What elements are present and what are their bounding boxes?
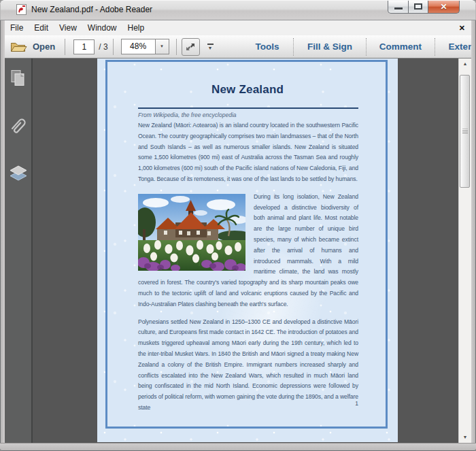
attachments-button[interactable] <box>8 114 29 137</box>
title-rule <box>138 107 358 109</box>
pdf-file-icon <box>16 4 27 15</box>
pages-icon <box>10 69 27 88</box>
body-text-column: New Zealand (Māori: Aotearoa) is an isla… <box>138 120 358 420</box>
maximize-button[interactable] <box>409 1 428 14</box>
toolbar-panels: Tools Fill & Sign Comment Extended <box>241 35 476 58</box>
overflow-bar <box>207 44 214 45</box>
scroll-down-button[interactable]: ▼ <box>459 432 471 443</box>
window-border-right <box>471 20 476 443</box>
navigation-pane <box>5 59 33 443</box>
tab-tools[interactable]: Tools <box>241 41 293 52</box>
resize-arrows-icon <box>185 41 196 52</box>
fit-page-button[interactable] <box>182 38 200 56</box>
page-thumbnails-button[interactable] <box>8 67 29 90</box>
photo-rotorua-gardens <box>138 194 245 271</box>
toolbar-overflow-button[interactable]: ▼ <box>207 44 214 50</box>
tab-comment[interactable]: Comment <box>367 41 435 52</box>
menu-window[interactable]: Window <box>82 20 122 35</box>
menu-help[interactable]: Help <box>122 20 150 35</box>
open-button[interactable]: Open <box>10 40 55 53</box>
toolbar-separator <box>65 39 65 55</box>
adobe-reader-window: New Zealand.pdf - Adobe Reader ✕ File Ed… <box>0 0 476 451</box>
paragraph-1: New Zealand (Māori: Aotearoa) is an isla… <box>138 120 358 185</box>
pdf-page[interactable]: New Zealand From Wikipedia, the free enc… <box>97 59 398 442</box>
document-title: New Zealand <box>97 83 398 97</box>
tab-extended[interactable]: Extended <box>435 41 476 52</box>
paragraph-3: Polynesians settled New Zealand in 1250–… <box>138 317 358 414</box>
minimize-icon <box>394 7 403 10</box>
menu-view[interactable]: View <box>54 20 82 35</box>
document-area: New Zealand From Wikipedia, the free enc… <box>5 59 471 443</box>
window-title: New Zealand.pdf - Adobe Reader <box>31 5 152 14</box>
paperclip-icon <box>8 115 29 137</box>
scroll-up-button[interactable]: ▲ <box>459 59 471 69</box>
zoom-value[interactable]: 48% <box>121 39 155 54</box>
folder-icon <box>10 40 27 53</box>
triangle-up-icon: ▲ <box>463 61 468 66</box>
page-total: / 3 <box>99 42 107 52</box>
close-button[interactable]: ✕ <box>428 1 460 14</box>
maximize-icon <box>414 3 422 10</box>
toolbar: Open / 3 48% ▼ ▼ Tools Fill & Sign Comme… <box>5 35 471 59</box>
window-border-left <box>0 20 5 443</box>
triangle-down-icon: ▼ <box>463 435 468 439</box>
title-bar[interactable]: New Zealand.pdf - Adobe Reader ✕ <box>0 0 476 20</box>
menu-edit[interactable]: Edit <box>29 20 54 35</box>
paragraph-2: During its long isolation, New Zealand d… <box>138 192 358 310</box>
tab-fill-sign[interactable]: Fill & Sign <box>294 41 366 52</box>
layers-button[interactable] <box>8 162 29 185</box>
chevron-down-icon: ▼ <box>208 46 213 50</box>
chevron-down-icon: ▼ <box>160 44 164 48</box>
minimize-button[interactable] <box>388 1 409 14</box>
zoom-dropdown-button[interactable]: ▼ <box>155 39 169 54</box>
scrollbar-thumb[interactable] <box>460 75 470 188</box>
scrollbar-grip-icon <box>462 129 468 134</box>
document-subtitle: From Wikipedia, the free encyclopedia <box>138 112 237 118</box>
layers-icon <box>8 165 29 182</box>
close-icon: ✕ <box>440 2 447 12</box>
menu-bar: File Edit View Window Help ✕ <box>5 20 471 35</box>
page-number-input[interactable] <box>73 39 95 54</box>
vertical-scrollbar[interactable]: ▲ ▼ <box>458 59 471 443</box>
page-footer-number: 1 <box>138 400 358 407</box>
toolbar-separator <box>176 39 177 55</box>
window-border-bottom <box>0 443 476 451</box>
toolbar-separator <box>113 39 114 55</box>
menubar-close-icon[interactable]: ✕ <box>459 20 465 35</box>
menu-file[interactable]: File <box>5 20 29 35</box>
open-label: Open <box>33 41 55 52</box>
